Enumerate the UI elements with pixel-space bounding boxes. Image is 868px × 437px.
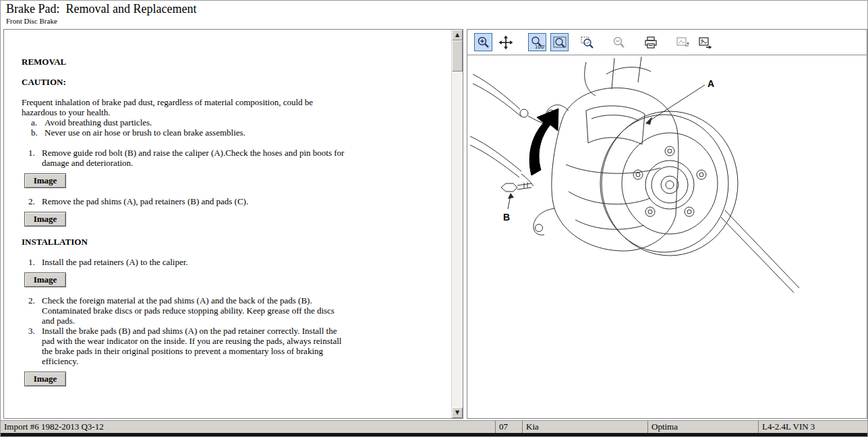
statusbar-cell: Optima xyxy=(647,421,758,433)
page-subtitle: Front Disc Brake xyxy=(6,17,862,25)
scrollbar-thumb[interactable] xyxy=(452,40,463,71)
print-icon[interactable] xyxy=(641,33,660,51)
scroll-down-button[interactable]: ▼ xyxy=(452,407,463,418)
step-text: Install the pad retainers (A) to the cal… xyxy=(42,257,347,267)
step-row: 1.Remove guide rod bolt (B) and raise th… xyxy=(28,148,446,168)
zoom-fit-icon[interactable] xyxy=(550,33,569,51)
image-viewer-pane: 100% xyxy=(467,29,867,419)
status-bar: Import #6 1982-2013 Q3-1207KiaOptimaL4-2… xyxy=(1,420,867,433)
main-area: REMOVAL CAUTION: Frequent inhalation of … xyxy=(1,28,867,420)
step-number: 1. xyxy=(28,148,42,168)
image-button[interactable]: Image xyxy=(24,212,66,227)
step-row: 1.Install the pad retainers (A) to the c… xyxy=(28,257,446,267)
svg-text:100%: 100% xyxy=(535,45,545,50)
scroll-up-button[interactable]: ▲ xyxy=(452,30,463,40)
caution-heading: CAUTION: xyxy=(22,77,446,87)
installation-steps: 1.Install the pad retainers (A) to the c… xyxy=(22,257,446,386)
step-number: 2. xyxy=(28,295,42,326)
step-text: Install the brake pads (B) and pad shims… xyxy=(42,326,347,366)
window-bottom-edge xyxy=(1,433,867,436)
step-text: Remove guide rod bolt (B) and raise the … xyxy=(42,148,347,168)
installation-heading: INSTALLATION xyxy=(22,237,446,247)
step-text: Check the foreign material at the pad sh… xyxy=(42,295,347,326)
statusbar-cell: 07 xyxy=(495,421,522,433)
step-number: 1. xyxy=(28,257,42,267)
page-title: Brake Pad: Removal and Replacement xyxy=(6,2,862,16)
procedure-content: REMOVAL CAUTION: Frequent inhalation of … xyxy=(4,30,451,418)
step-number: 2. xyxy=(28,196,42,206)
image-button[interactable]: Image xyxy=(24,173,66,188)
procedure-pane: REMOVAL CAUTION: Frequent inhalation of … xyxy=(3,29,463,419)
statusbar-cell: L4-2.4L VIN 3 xyxy=(758,421,867,433)
brake-caliper-diagram: A B xyxy=(467,55,868,421)
list-item-text: Never use on air hose or brush to clean … xyxy=(45,127,341,138)
list-item-text: Avoid breathing dust particles. xyxy=(45,117,341,127)
step-text: Remove the pad shims (A), pad retainers … xyxy=(42,196,347,206)
step-row: 2.Remove the pad shims (A), pad retainer… xyxy=(28,196,446,206)
label-a: A xyxy=(707,78,714,89)
list-item-label: b. xyxy=(31,127,45,138)
label-b: B xyxy=(503,212,510,223)
lift-arrow xyxy=(529,109,558,175)
step-number: 3. xyxy=(28,326,42,366)
diagram-canvas[interactable]: A B xyxy=(467,55,867,418)
vertical-scrollbar[interactable]: ▲ ▼ xyxy=(451,30,463,418)
image-button[interactable]: Image xyxy=(24,272,66,287)
list-item-label: a. xyxy=(31,117,45,127)
removal-heading: REMOVAL xyxy=(22,57,446,67)
caution-list: a.Avoid breathing dust particles.b.Never… xyxy=(22,117,446,138)
image-button[interactable]: Image xyxy=(24,372,66,386)
pan-icon[interactable] xyxy=(496,33,515,51)
zoom-window-icon[interactable] xyxy=(578,33,596,51)
viewer-toolbar: 100% xyxy=(467,30,867,55)
statusbar-cell: Import #6 1982-2013 Q3-12 xyxy=(1,421,495,433)
scrollbar-track[interactable] xyxy=(452,40,463,407)
header: Brake Pad: Removal and Replacement Front… xyxy=(1,1,867,28)
zoom-100-icon[interactable]: 100% xyxy=(528,33,546,51)
export-image-icon[interactable] xyxy=(695,33,714,51)
caution-text: Frequent inhalation of brake pad dust, r… xyxy=(22,97,349,117)
zoom-in-icon[interactable] xyxy=(474,33,492,51)
statusbar-cell: Kia xyxy=(522,421,647,433)
step-row: 3.Install the brake pads (B) and pad shi… xyxy=(28,326,446,366)
copy-image-icon[interactable] xyxy=(673,33,691,51)
caution-item: b.Never use on air hose or brush to clea… xyxy=(31,127,446,138)
app-window: Brake Pad: Removal and Replacement Front… xyxy=(0,0,868,437)
step-row: 2.Check the foreign material at the pad … xyxy=(28,295,446,326)
zoom-out-icon[interactable] xyxy=(610,33,628,51)
removal-steps: 1.Remove guide rod bolt (B) and raise th… xyxy=(22,148,446,227)
caution-item: a.Avoid breathing dust particles. xyxy=(31,117,446,127)
